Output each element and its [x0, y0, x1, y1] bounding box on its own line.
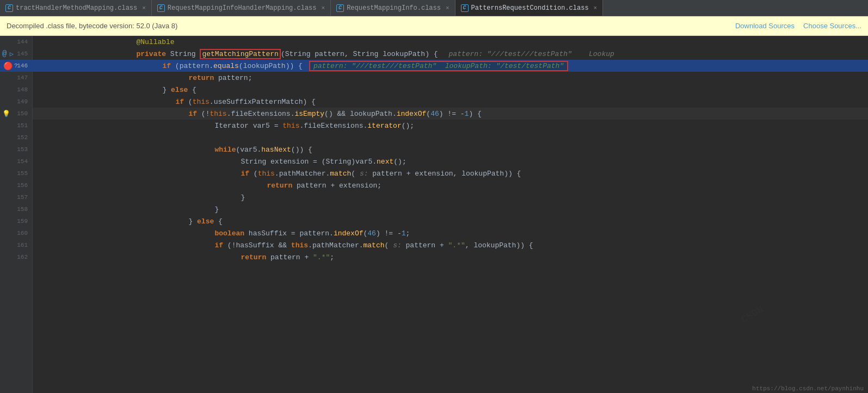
line-num-156: 156 [15, 182, 28, 189]
gutter-row-160: 160 [0, 227, 32, 239]
tab-3-label: RequestMappingInfo.class [347, 4, 441, 12]
url-text: https://blog.csdn.net/paynhinhu [752, 385, 864, 392]
gutter-row-162: 162 [0, 251, 32, 263]
info-bar: Decompiled .class file, bytecode version… [0, 16, 868, 36]
tab-2-close[interactable]: × [322, 5, 325, 11]
decompile-info-text: Decompiled .class file, bytecode version… [7, 22, 177, 30]
gutter-row-151: 151 [0, 120, 32, 132]
code-line-150: if (!this.fileExtensions.isEmpty() && lo… [33, 108, 868, 120]
tab-3[interactable]: C RequestMappingInfo.class × [331, 0, 455, 16]
gutter-row-154: 154 [0, 155, 32, 167]
line-num-162: 162 [15, 254, 28, 260]
debug-question-icon: ? [14, 63, 18, 69]
gutter-row-144: 144 [0, 36, 32, 48]
lightbulb-icon: 💡 [2, 110, 10, 118]
tab-2[interactable]: C RequestMappingInfoHandlerMapping.class… [152, 0, 331, 16]
code-editor[interactable]: @Nullable private String getMatchingPatt… [33, 36, 868, 393]
code-line-162: return pattern + ".*"; [33, 251, 868, 263]
gutter-row-152: 152 [0, 132, 32, 144]
url-bar: https://blog.csdn.net/paynhinhu [748, 384, 868, 393]
tab-3-icon: C [336, 4, 344, 12]
line-num-148: 148 [15, 86, 28, 93]
line-num-157: 157 [15, 194, 28, 201]
code-line-152 [33, 132, 868, 144]
gutter-row-156: 156 [0, 179, 32, 191]
line-num-152: 152 [15, 134, 28, 141]
code-area: 144 @ ▷ 145 🔴 ? 146 147 148 149 💡 150 [0, 36, 868, 393]
line-num-159: 159 [15, 218, 28, 224]
gutter-row-145: @ ▷ 145 [0, 48, 32, 60]
line-num-158: 158 [15, 206, 28, 213]
tab-4-close[interactable]: × [594, 5, 598, 11]
gutter-row-158: 158 [0, 203, 32, 215]
gutter-row-155: 155 [0, 167, 32, 179]
tab-1-icon: C [5, 4, 13, 12]
info-bar-links: Download Sources Choose Sources... [735, 22, 861, 30]
code-line-159: } else { [33, 215, 868, 227]
tab-bar: C tractHandlerMethodMapping.class × C Re… [0, 0, 868, 16]
gutter-row-147: 147 [0, 72, 32, 84]
gutter-row-159: 159 [0, 215, 32, 227]
choose-sources-link[interactable]: Choose Sources... [803, 22, 861, 30]
line-num-144: 144 [15, 39, 28, 45]
tab-4-label: PatternsRequestCondition.class [471, 4, 589, 12]
tab-1-close[interactable]: × [142, 5, 146, 11]
code-line-157: } [33, 191, 868, 203]
code-line-151: Iterator var5 = this.fileExtensions.iter… [33, 120, 868, 132]
line-num-147: 147 [15, 74, 28, 81]
tab-1[interactable]: C tractHandlerMethodMapping.class × [0, 0, 152, 16]
tab-2-icon: C [157, 4, 165, 12]
line-num-154: 154 [15, 158, 28, 165]
line-145-hint: pattern: "///test///testPath" Lookup [449, 50, 614, 58]
code-line-156: return pattern + extension; [33, 179, 868, 191]
gutter-row-148: 148 [0, 84, 32, 96]
line-num-155: 155 [15, 170, 28, 177]
gutter-row-153: 153 [0, 144, 32, 155]
code-line-153: while(var5.hasNext()) { [33, 144, 868, 155]
line-num-161: 161 [15, 242, 28, 248]
line-number-gutter: 144 @ ▷ 145 🔴 ? 146 147 148 149 💡 150 [0, 36, 33, 393]
gutter-row-161: 161 [0, 239, 32, 251]
code-line-161: if (!hasSuffix && this.pathMatcher.match… [33, 239, 868, 251]
download-sources-link[interactable]: Download Sources [735, 22, 795, 30]
line-num-151: 151 [15, 122, 28, 129]
gutter-row-149: 149 [0, 96, 32, 108]
tab-4-icon: C [461, 4, 469, 12]
line-num-149: 149 [15, 98, 28, 105]
line-num-150: 150 [15, 110, 28, 117]
line-num-153: 153 [15, 146, 28, 153]
breakpoint-arrow-icon: @ [2, 49, 7, 58]
line-num-145: 145 [15, 51, 28, 57]
breakpoint-icon: 🔴 [3, 61, 13, 71]
gutter-row-150: 💡 150 [0, 108, 32, 120]
tab-3-close[interactable]: × [446, 5, 450, 11]
gutter-row-157: 157 [0, 191, 32, 203]
code-line-155: if (this.pathMatcher.match( s: pattern +… [33, 167, 868, 179]
tab-2-label: RequestMappingInfoHandlerMapping.class [168, 4, 317, 12]
line-num-160: 160 [15, 230, 28, 236]
debug-inline-value: pattern: "///test///testPath" lookupPath… [309, 61, 568, 71]
tab-1-label: tractHandlerMethodMapping.class [16, 4, 137, 12]
gutter-row-146: 🔴 ? 146 [0, 60, 32, 72]
tab-4[interactable]: C PatternsRequestCondition.class × [455, 0, 604, 16]
